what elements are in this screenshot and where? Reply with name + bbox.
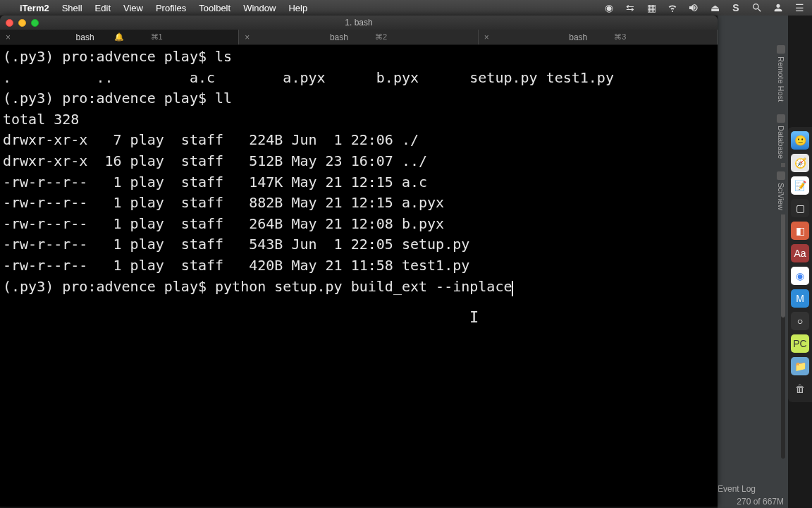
ll-row: drwxr-xr-x 7 play staff 224B Jun 1 22:06… — [3, 131, 419, 148]
grid-icon[interactable]: ▦ — [646, 2, 657, 13]
eject-icon[interactable]: ⏏ — [709, 2, 720, 13]
close-tab-icon[interactable]: × — [484, 32, 489, 42]
event-log-link[interactable]: Event Log — [718, 484, 756, 494]
dock-font-icon[interactable]: Aa — [791, 244, 809, 262]
command-text: ll — [215, 90, 232, 107]
tab-shortcut: ⌘3 — [614, 32, 626, 42]
mouse-ibeam-cursor: 𝙸 — [469, 306, 479, 329]
bell-icon: 🔔 — [114, 32, 124, 42]
terminal-content[interactable]: (.py3) pro:advence play$ ls . .. a.c a.p… — [0, 45, 718, 507]
record-icon[interactable]: ◉ — [603, 2, 615, 13]
panel-label-text: Remote Host — [777, 56, 785, 102]
command-text: python setup.py build_ext --inplace — [215, 278, 512, 295]
close-tab-icon[interactable]: × — [245, 32, 250, 42]
macos-dock: 🙂 🧭 📝 ▢ ◧ Aa ◉ M ○ PC 📁 🗑 — [788, 127, 812, 402]
sync-icon[interactable]: ⇆ — [625, 2, 636, 13]
remote-host-icon — [777, 45, 785, 54]
menu-window[interactable]: Window — [243, 3, 276, 13]
tab-2[interactable]: × bash ⌘2 — [239, 30, 478, 44]
dock-intellij-icon[interactable]: ◧ — [791, 222, 809, 240]
ll-row: drwxr-xr-x 16 play staff 512B May 23 16:… — [3, 152, 427, 169]
shell-prompt: (.py3) pro:advence play$ — [3, 90, 207, 107]
ide-tool-panels: Remote Host Database SciView — [775, 41, 787, 214]
panel-remote-host[interactable]: Remote Host — [775, 41, 787, 106]
dock-notes-icon[interactable]: 📝 — [791, 176, 809, 195]
tab-label: bash — [330, 32, 348, 42]
menu-list-icon[interactable]: ☰ — [794, 2, 805, 13]
ll-row: -rw-r--r-- 1 play staff 882B May 21 12:1… — [3, 194, 444, 211]
app-name[interactable]: iTerm2 — [20, 3, 49, 13]
wifi-icon[interactable] — [667, 2, 678, 13]
tab-label: bash — [569, 32, 587, 42]
tab-label: bash — [76, 32, 94, 42]
tab-shortcut: ⌘2 — [375, 32, 387, 42]
dock-terminal-icon[interactable]: ▢ — [791, 199, 809, 217]
command-text: ls — [215, 48, 232, 65]
memory-status: 270 of 667M — [718, 497, 787, 507]
tab-bar: × bash 🔔 ⌘1 × bash ⌘2 × bash ⌘3 — [0, 30, 718, 45]
dock-safari-icon[interactable]: 🧭 — [791, 154, 809, 172]
menu-edit[interactable]: Edit — [95, 3, 111, 13]
shell-prompt: (.py3) pro:advence play$ — [3, 278, 207, 295]
dock-pycharm-icon[interactable]: PC — [791, 334, 809, 353]
dock-files-icon[interactable]: 📁 — [791, 357, 809, 375]
user-icon[interactable] — [773, 2, 784, 13]
dock-mamp-icon[interactable]: M — [791, 289, 809, 308]
macos-menubar: iTerm2 Shell Edit View Profiles Toolbelt… — [0, 0, 812, 16]
dock-chrome-icon[interactable]: ◉ — [791, 267, 809, 285]
menu-shell[interactable]: Shell — [62, 3, 82, 13]
database-icon — [777, 114, 785, 123]
sciview-icon — [777, 171, 785, 180]
terminal-window: 1. bash × bash 🔔 ⌘1 × bash ⌘2 × bash ⌘3 … — [0, 16, 718, 507]
tab-1[interactable]: × bash 🔔 ⌘1 — [0, 30, 239, 44]
panel-label-text: SciView — [777, 183, 785, 210]
panel-database[interactable]: Database — [775, 110, 787, 163]
ll-total: total 328 — [3, 111, 79, 128]
app-s-icon[interactable]: S — [730, 2, 742, 13]
close-tab-icon[interactable]: × — [6, 32, 11, 42]
panel-sciview[interactable]: SciView — [775, 167, 787, 214]
tab-3[interactable]: × bash ⌘3 — [479, 30, 718, 44]
dock-finder-icon[interactable]: 🙂 — [791, 131, 809, 150]
window-title: 1. bash — [0, 18, 718, 28]
tab-shortcut: ⌘1 — [151, 32, 163, 42]
ll-row: -rw-r--r-- 1 play staff 264B May 21 12:0… — [3, 215, 444, 232]
menu-toolbelt[interactable]: Toolbelt — [199, 3, 230, 13]
ll-row: -rw-r--r-- 1 play staff 420B May 21 11:5… — [3, 257, 469, 274]
ls-output: . .. a.c a.pyx b.pyx setup.py test1.py — [3, 69, 614, 86]
dock-circle-icon[interactable]: ○ — [791, 312, 809, 330]
shell-prompt: (.py3) pro:advence play$ — [3, 48, 207, 65]
volume-icon[interactable] — [688, 2, 699, 13]
terminal-cursor — [512, 281, 513, 296]
dock-trash-icon[interactable]: 🗑 — [791, 380, 809, 398]
ll-row: -rw-r--r-- 1 play staff 147K May 21 12:1… — [3, 174, 427, 190]
menu-help[interactable]: Help — [288, 3, 307, 13]
panel-label-text: Database — [777, 126, 785, 159]
menu-view[interactable]: View — [123, 3, 143, 13]
spotlight-icon[interactable] — [751, 2, 763, 13]
ll-row: -rw-r--r-- 1 play staff 543B Jun 1 22:05… — [3, 236, 469, 253]
window-titlebar[interactable]: 1. bash — [0, 16, 718, 30]
menu-profiles[interactable]: Profiles — [156, 3, 186, 13]
